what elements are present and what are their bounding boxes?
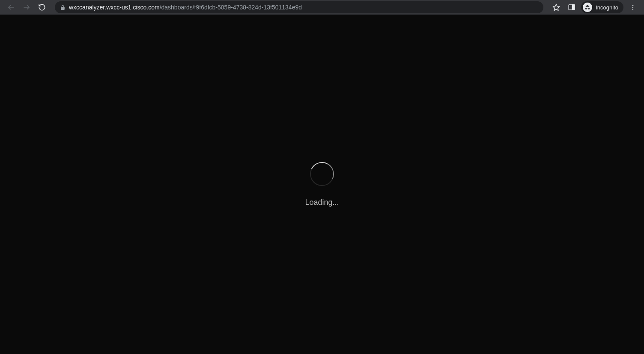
page-content: Loading... — [0, 15, 644, 354]
loading-text: Loading... — [305, 198, 339, 207]
svg-point-7 — [632, 9, 633, 9]
svg-rect-4 — [572, 5, 575, 10]
browser-toolbar: wxccanalyzer.wxcc-us1.cisco.com/dashboar… — [0, 0, 644, 15]
url-path: /dashboards/f9f6dfcb-5059-4738-824d-13f5… — [160, 4, 302, 11]
incognito-label: Incognito — [596, 4, 618, 11]
svg-point-5 — [632, 5, 633, 6]
url-text: wxccanalyzer.wxcc-us1.cisco.com/dashboar… — [69, 4, 302, 11]
nav-buttons-group — [3, 1, 50, 13]
url-domain: wxccanalyzer.wxcc-us1.cisco.com — [69, 4, 160, 11]
forward-button[interactable] — [21, 1, 33, 13]
side-panel-button[interactable] — [566, 1, 578, 13]
reload-icon — [38, 3, 46, 11]
toolbar-actions: Incognito — [549, 1, 641, 13]
address-bar[interactable]: wxccanalyzer.wxcc-us1.cisco.com/dashboar… — [55, 1, 543, 13]
loading-spinner-icon — [307, 159, 337, 189]
arrow-left-icon — [7, 3, 15, 11]
arrow-right-icon — [23, 3, 30, 11]
bookmark-button[interactable] — [550, 1, 562, 13]
incognito-avatar — [583, 3, 592, 12]
browser-menu-button[interactable] — [627, 1, 639, 13]
reload-button[interactable] — [36, 1, 48, 13]
dots-vertical-icon — [629, 4, 636, 11]
star-icon — [552, 3, 560, 11]
svg-point-6 — [632, 7, 633, 8]
panel-icon — [568, 3, 575, 11]
back-button[interactable] — [5, 1, 17, 13]
incognito-badge[interactable]: Incognito — [581, 1, 623, 13]
svg-marker-2 — [553, 4, 560, 11]
lock-icon — [60, 5, 66, 10]
incognito-icon — [584, 4, 591, 11]
